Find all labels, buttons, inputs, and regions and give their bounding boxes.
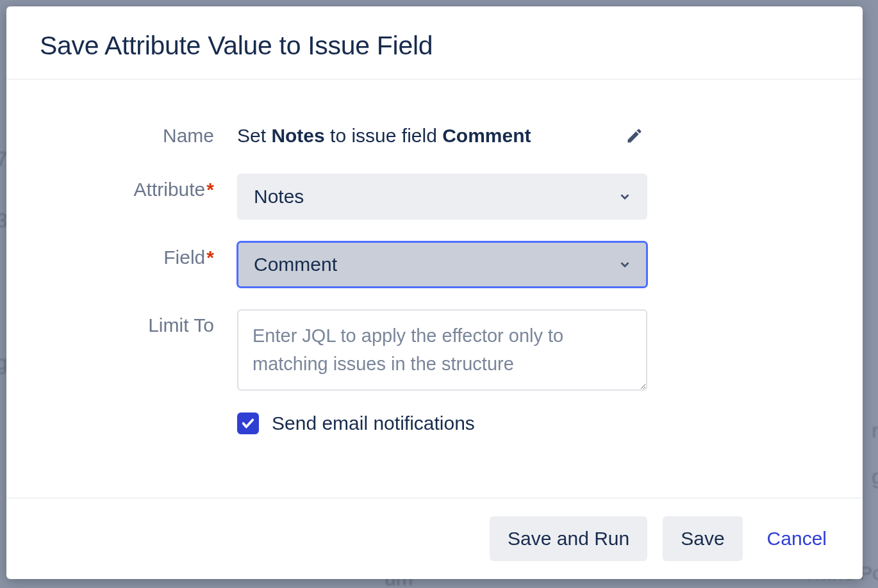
required-marker: * [206,179,214,200]
attribute-label-text: Attribute [134,179,206,200]
modal-backdrop: 7 3 g n g um Haws Po Save Attribute Valu… [0,0,878,588]
dialog-footer: Save and Run Save Cancel [6,498,863,579]
save-attribute-dialog: Save Attribute Value to Issue Field Name… [6,6,863,579]
name-text-mid: to issue field [325,125,442,146]
attribute-select[interactable]: Notes [237,174,647,220]
name-row: Name Set Notes to issue field Comment [45,119,824,152]
attribute-label: Attribute* [45,174,237,200]
name-text-bold1: Notes [271,125,324,146]
required-marker: * [206,247,214,268]
name-text-prefix: Set [237,125,271,146]
name-label: Name [45,125,237,147]
edit-name-button[interactable] [622,123,647,149]
dialog-body: Name Set Notes to issue field Comment At… [6,79,863,498]
limit-row: Limit To [45,309,824,391]
field-select[interactable]: Comment [237,241,647,288]
field-row: Field* Comment [45,241,824,288]
attribute-control: Notes [237,174,647,220]
spacer-label [45,412,237,418]
save-button[interactable]: Save [663,516,742,561]
field-control: Comment [237,241,647,288]
chevron-down-icon [618,190,632,204]
limit-textarea[interactable] [237,309,647,391]
dialog-header: Save Attribute Value to Issue Field [6,6,863,79]
field-select-value: Comment [254,254,337,275]
send-email-label: Send email notifications [272,412,475,434]
check-icon [241,416,255,430]
limit-label: Limit To [45,309,237,336]
send-email-control: Send email notifications [237,412,647,434]
attribute-row: Attribute* Notes [45,174,824,220]
send-email-row: Send email notifications [45,412,824,434]
save-and-run-button[interactable]: Save and Run [490,516,647,561]
name-control: Set Notes to issue field Comment [237,119,647,152]
name-text-bold2: Comment [442,125,531,146]
attribute-select-value: Notes [254,186,304,208]
limit-control [237,309,647,391]
field-label: Field* [45,241,237,268]
cancel-button[interactable]: Cancel [758,516,836,561]
field-label-text: Field [163,247,205,268]
name-display: Set Notes to issue field Comment [237,119,596,152]
dialog-title: Save Attribute Value to Issue Field [40,31,829,61]
send-email-checkbox[interactable] [237,412,259,434]
pencil-icon [625,127,643,145]
chevron-down-icon [618,257,632,272]
